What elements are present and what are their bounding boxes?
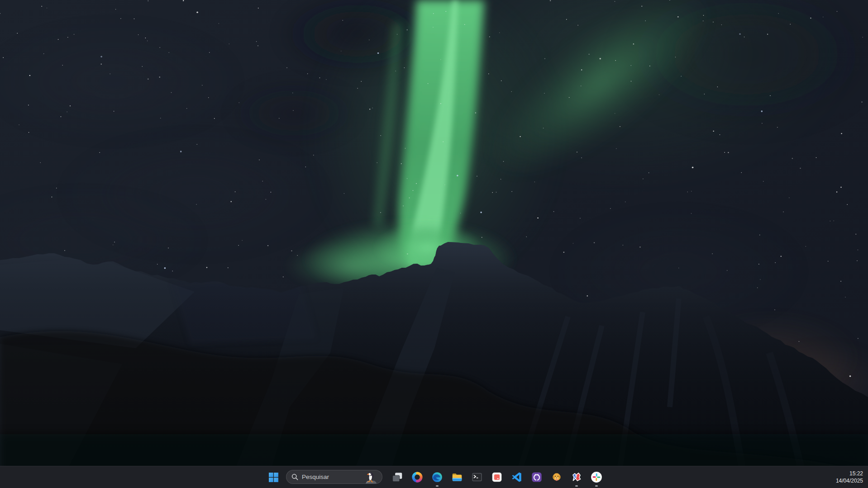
search-box[interactable]: Pesquisar [286,470,382,484]
taskbar-app-slack[interactable] [587,466,606,488]
search-daily-image-puffin-icon [364,470,377,483]
taskbar-app-red-blue-star-app[interactable] [568,466,586,488]
copilot-icon [411,471,423,483]
folder-icon [451,471,463,483]
red-square-icon [491,471,503,483]
search-icon [291,474,298,480]
slack-icon [591,471,602,483]
windows-logo-icon [269,473,278,482]
running-indicator [575,485,578,487]
taskbar: Pesquisar 15:22 14/04/2025 [0,466,868,488]
search-placeholder: Pesquisar [302,474,364,480]
taskbar-clock[interactable]: 15:22 14/04/2025 [833,466,868,488]
vscode-icon [511,471,523,483]
desktop-background [0,0,868,488]
star-app-icon [571,471,582,483]
running-indicator [595,485,598,487]
clock-date: 14/04/2025 [836,477,863,484]
taskbar-app-windows-terminal[interactable] [468,466,486,488]
taskbar-app-dog-app[interactable] [548,466,566,488]
taskbar-app-visual-studio-code[interactable] [508,466,526,488]
start-button[interactable] [264,466,282,488]
edge-icon [431,471,443,483]
taskbar-app-file-explorer[interactable] [448,466,466,488]
dog-icon [551,471,563,483]
taskbar-app-red-square-app[interactable] [488,466,506,488]
github-icon [531,471,543,483]
task-view-icon [391,471,403,483]
taskbar-app-task-view[interactable] [388,466,406,488]
terminal-icon [471,471,483,483]
clock-time: 15:22 [849,470,863,477]
wallpaper-aurora-over-mountains [0,0,868,488]
running-indicator [436,485,439,487]
taskbar-app-microsoft-edge[interactable] [428,466,446,488]
taskbar-app-github-desktop[interactable] [528,466,546,488]
taskbar-app-copilot[interactable] [408,466,426,488]
taskbar-apps [387,466,606,488]
